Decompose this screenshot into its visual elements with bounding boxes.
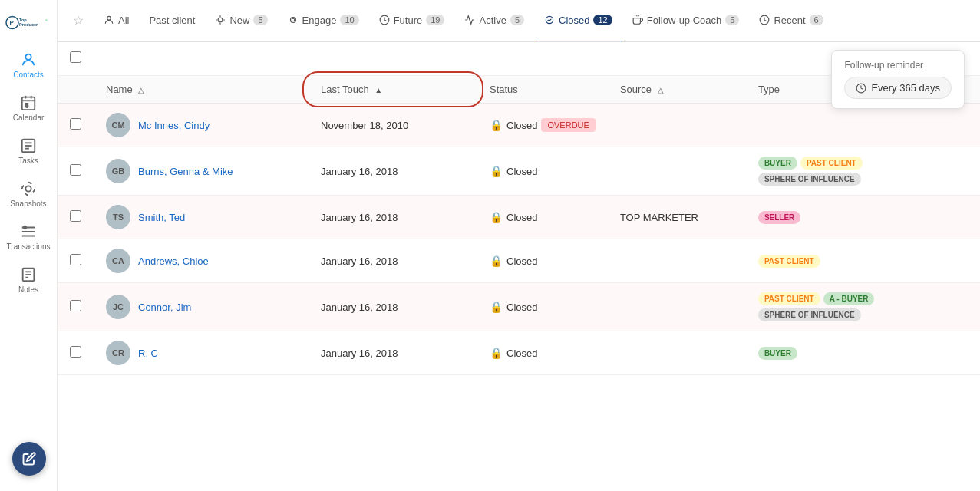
followup-reminder-badge: Every 365 days — [844, 77, 952, 99]
name-cell: GB Burns, Genna & Mike — [106, 159, 296, 183]
fab-button[interactable] — [12, 442, 46, 476]
avatar: JC — [106, 295, 130, 319]
tab-active-badge: 5 — [510, 15, 524, 25]
svg-point-16 — [24, 226, 27, 229]
row-source-cell — [608, 283, 746, 331]
sidebar-item-snapshots[interactable]: Snapshots — [0, 173, 57, 216]
type-tag: PAST CLIENT — [758, 255, 820, 268]
svg-point-22 — [219, 18, 223, 22]
row-checkbox[interactable] — [70, 210, 81, 222]
status-icon: 🔒 — [490, 211, 503, 223]
type-tag: A - BUYER — [823, 292, 875, 305]
tab-all-label: All — [118, 15, 129, 26]
contact-name[interactable]: Smith, Ted — [138, 212, 185, 223]
svg-point-21 — [107, 16, 111, 20]
type-tags: SELLER — [758, 211, 968, 224]
type-tags: BUYER — [758, 347, 968, 360]
name-cell: CM Mc Innes, Cindy — [106, 113, 296, 137]
tab-active-label: Active — [479, 15, 506, 26]
row-last-touch-cell: January 16, 2018 — [309, 283, 477, 331]
row-checkbox[interactable] — [70, 164, 81, 176]
select-all-checkbox[interactable] — [70, 51, 81, 63]
row-checkbox[interactable] — [70, 254, 81, 265]
header-last-touch[interactable]: Last Touch ▲ — [309, 76, 477, 104]
type-tag: PAST CLIENT — [800, 157, 863, 170]
header-source[interactable]: Source △ — [608, 76, 746, 104]
tab-favorites[interactable]: ☆ — [64, 0, 93, 42]
name-sort-icon: △ — [138, 86, 144, 94]
tab-recent-badge: 6 — [810, 15, 823, 25]
row-source-cell: TOP MARKETER — [608, 196, 746, 239]
svg-text:P: P — [10, 19, 15, 26]
tab-engage-label: Engage — [302, 15, 337, 26]
sidebar-item-transactions[interactable]: Transactions — [0, 216, 57, 259]
status-cell: 🔒 Closed OVERDUE — [490, 118, 596, 132]
tab-new[interactable]: New 5 — [206, 0, 276, 42]
tab-followup-coach[interactable]: Follow-up Coach 5 — [623, 0, 749, 42]
contact-name[interactable]: Burns, Genna & Mike — [138, 166, 233, 177]
header-name[interactable]: Name △ — [94, 76, 309, 104]
engage-icon — [288, 15, 299, 25]
sidebar-item-tasks[interactable]: Tasks — [0, 130, 57, 173]
header-status[interactable]: Status — [477, 76, 608, 104]
tab-followup-coach-label: Follow-up Coach — [647, 15, 722, 26]
tab-new-badge: 5 — [253, 15, 267, 25]
svg-text:Top: Top — [19, 17, 27, 21]
row-name-cell: CM Mc Innes, Cindy — [94, 104, 309, 147]
status-cell: 🔒 Closed — [490, 347, 596, 359]
svg-point-5 — [25, 54, 31, 60]
status-cell: 🔒 Closed — [490, 211, 596, 223]
row-checkbox[interactable] — [70, 300, 81, 311]
closed-icon — [544, 15, 555, 25]
row-name-cell: TS Smith, Ted — [94, 196, 309, 239]
tab-future[interactable]: Future 19 — [370, 0, 454, 42]
status-label: Closed — [506, 255, 537, 267]
row-last-touch-cell: January 16, 2018 — [309, 196, 477, 239]
tab-future-badge: 19 — [426, 15, 444, 25]
sidebar-item-notes[interactable]: Notes — [0, 259, 57, 302]
row-checkbox[interactable] — [70, 346, 81, 358]
row-checkbox-cell — [58, 239, 94, 283]
status-label: Closed — [506, 348, 537, 359]
tab-closed-badge: 12 — [593, 15, 612, 25]
svg-text:®: ® — [45, 18, 48, 21]
svg-rect-6 — [22, 97, 35, 110]
contact-name[interactable]: R, C — [138, 348, 158, 359]
sidebar-item-calendar[interactable]: 5 Calendar — [0, 87, 57, 130]
tab-closed[interactable]: Closed 12 — [535, 0, 622, 42]
tab-active[interactable]: Active 5 — [455, 0, 533, 42]
tab-recent[interactable]: Recent 6 — [750, 0, 832, 42]
svg-point-24 — [546, 16, 553, 23]
sidebar-item-contacts[interactable]: Contacts — [0, 44, 57, 87]
tab-all[interactable]: All — [94, 0, 138, 42]
tab-bar: ☆ All Past client New 5 Engage — [58, 0, 980, 42]
avatar: GB — [106, 159, 130, 183]
row-checkbox[interactable] — [70, 118, 81, 130]
row-checkbox-cell — [58, 104, 94, 147]
tab-past-client[interactable]: Past client — [140, 0, 204, 42]
sidebar-calendar-label: Calendar — [13, 114, 45, 122]
row-source-cell — [608, 239, 746, 283]
header-checkbox-col — [58, 76, 94, 104]
table-row: TS Smith, Ted January 16, 2018 🔒 Closed … — [58, 196, 980, 239]
status-icon: 🔒 — [490, 347, 503, 359]
all-icon — [104, 15, 114, 25]
row-checkbox-cell — [58, 331, 94, 375]
row-status-cell: 🔒 Closed — [477, 239, 608, 283]
svg-text:Producer: Producer — [19, 21, 38, 26]
tab-engage[interactable]: Engage 10 — [279, 0, 368, 42]
tab-recent-label: Recent — [774, 15, 805, 26]
avatar: CR — [106, 341, 130, 365]
contact-name[interactable]: Andrews, Chloe — [138, 255, 209, 267]
contact-name[interactable]: Connor, Jim — [138, 302, 191, 313]
recent-icon — [759, 15, 770, 25]
star-icon: ☆ — [73, 13, 84, 28]
row-type-cell: BUYERPAST CLIENTSPHERE OF INFLUENCE — [746, 147, 980, 196]
row-status-cell: 🔒 Closed — [477, 331, 608, 375]
main-content: ☆ All Past client New 5 Engage — [58, 0, 980, 491]
content-area: Follow-up reminder Every 365 days Name — [58, 42, 980, 491]
status-label: Closed — [506, 302, 537, 313]
row-source-cell — [608, 331, 746, 375]
contact-name[interactable]: Mc Innes, Cindy — [138, 120, 210, 131]
status-cell: 🔒 Closed — [490, 165, 596, 177]
